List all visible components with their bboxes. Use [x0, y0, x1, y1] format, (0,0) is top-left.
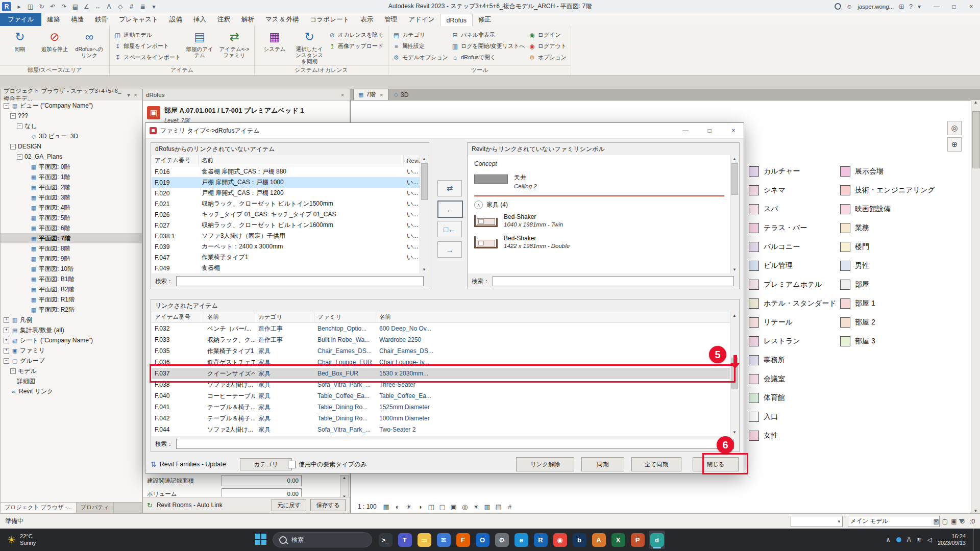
table-row[interactable]: F.020戸棚 扉開式_CAS：戸棚 1200い... [152, 188, 428, 198]
steering-wheel-icon[interactable]: ◎ [947, 121, 962, 135]
design-options-icon[interactable]: ▢ [942, 517, 948, 525]
close-icon[interactable]: × [380, 92, 383, 98]
taskbar-search[interactable]: 検索 [273, 532, 372, 547]
table-row[interactable]: F.021収納ラック、クローゼット ビルトイン1500mmい... [152, 198, 428, 209]
ribbon-button[interactable]: ▤カテゴリ [393, 30, 448, 40]
column-header[interactable]: 名前 [199, 155, 404, 166]
unlinked-search-input[interactable] [176, 276, 424, 286]
table-row[interactable]: F.027収納ラック、クローゼット ビルトイン1600mmい... [152, 220, 428, 231]
table-row[interactable]: F.026キッチ_タイプ 01_CAS: キッチ_タイプ 01_CASい... [152, 209, 428, 220]
ribbon-tab-12[interactable]: 表示 [355, 13, 379, 26]
tree-item[interactable]: 詳細図 [1, 376, 142, 386]
expander-icon[interactable]: + [4, 338, 9, 343]
scrollbar-thumb[interactable] [972, 111, 980, 168]
zoom-icon[interactable]: ⊕ [947, 137, 962, 152]
tree-item[interactable]: ▦平面図: R2階 [1, 305, 142, 315]
collapse-icon[interactable]: ∧ [474, 201, 483, 209]
tree-item[interactable]: −なし [1, 121, 142, 131]
thin-lines-icon[interactable]: ≣ [137, 2, 148, 12]
scrollbar[interactable]: ▲▼ [971, 100, 980, 513]
panel-close-icon[interactable]: × [132, 92, 139, 98]
mail-icon[interactable]: ✉ [435, 531, 452, 549]
app-orange-icon[interactable]: A [591, 531, 607, 549]
temporary-view-properties-icon[interactable]: ▥ [483, 502, 492, 511]
tree-item[interactable]: ▦平面図: 6階 [1, 223, 142, 233]
show-rendering-icon[interactable]: ◫ [427, 502, 436, 511]
panel-close-icon[interactable]: × [338, 92, 347, 98]
ribbon-button[interactable]: ⊟パネル非表示 [451, 30, 525, 40]
table-row[interactable]: F.035作業椅子タイプ1家具Chair_Eames_DS...Chair_Ea… [152, 345, 739, 357]
settings-icon[interactable]: ⚙ [494, 531, 510, 549]
table-row[interactable]: F.041テーブル＆椅子...家具Table_Dining Ro...1525m… [152, 402, 739, 413]
category-button[interactable]: カテゴリ [240, 458, 292, 470]
move-right-button[interactable]: → [437, 241, 462, 258]
section-icon[interactable]: # [126, 2, 137, 12]
print-icon[interactable]: ▤ [70, 2, 81, 12]
help-icon[interactable]: ? [909, 3, 913, 10]
dialog-minimize-button[interactable]: — [675, 123, 696, 138]
linked-search-input[interactable] [176, 439, 734, 449]
show-crop-region-icon[interactable]: ▣ [449, 502, 458, 511]
unlink-button[interactable]: リンク解除 [516, 457, 574, 471]
bing-icon[interactable]: b [571, 531, 587, 549]
chevron-down-icon[interactable]: ▾ [918, 3, 921, 10]
ribbon-button[interactable]: ⊘追加を停止 [39, 28, 70, 52]
sync-icon[interactable]: ↻ [36, 2, 47, 12]
visual-style-icon[interactable]: ◐ [393, 502, 402, 511]
revit-menu-icon[interactable]: R [2, 2, 11, 11]
tree-item[interactable]: ▦平面図: 8階 [1, 243, 142, 254]
tab-view-3d[interactable]: ◇ 3D [389, 89, 413, 100]
tree-item[interactable]: −DESIGN [1, 141, 142, 152]
ribbon-button[interactable]: ▥ログを開始/変更リストへ [451, 41, 525, 51]
table-row[interactable]: F.042テーブル＆椅子...家具Table_Dining Ro...1000m… [152, 413, 739, 424]
tree-item[interactable]: ▦平面図: 5階 [1, 213, 142, 223]
ribbon-button[interactable]: ≡属性設定 [393, 41, 448, 51]
scrollbar[interactable]: ▲ ▼ [730, 155, 739, 273]
table-row[interactable]: F.044ソファ2人掛け...家具Sofa_Vitra_Park_...Two-… [152, 424, 739, 435]
expander-icon[interactable]: − [17, 123, 22, 129]
tree-item[interactable]: +▧シート ("Company Name") [1, 335, 142, 345]
ribbon-button[interactable]: ◉ログイン [528, 30, 567, 40]
ribbon-tab-9[interactable]: 解析 [236, 13, 260, 26]
clock[interactable]: 16:24 2023/09/13 [938, 533, 966, 546]
tree-item[interactable]: ▦平面図: 1階 [1, 172, 142, 182]
customize-qat-icon[interactable]: ▾ [149, 2, 159, 12]
worksets-icon[interactable]: ▤ [933, 517, 939, 525]
constraints-icon[interactable]: # [505, 502, 514, 511]
drofus-icon[interactable]: d [649, 531, 665, 549]
ribbon-button[interactable]: ▦システム [259, 28, 290, 52]
ribbon-button[interactable]: ◉ログアウト [528, 41, 567, 51]
workset-select[interactable]: ▾ [791, 516, 843, 527]
weather-widget[interactable]: ☀ 22°C Sunny [0, 529, 43, 551]
terminal-icon[interactable]: >_ [377, 531, 394, 549]
ribbon-button[interactable]: ↧スペースをインポート [114, 53, 181, 62]
reveal-hidden-icon[interactable]: ☀ [472, 502, 481, 511]
undo-button[interactable]: 元に戻す [272, 499, 307, 511]
3d-view-icon[interactable]: ◇ [115, 2, 126, 12]
expander-icon[interactable]: − [17, 154, 22, 160]
ribbon-tab-13[interactable]: 管理 [379, 13, 403, 26]
open-icon[interactable]: ▸ [14, 2, 24, 12]
tab-project-browser[interactable]: プロジェクト ブラウザ -... [1, 503, 77, 513]
used-types-checkbox[interactable]: 使用中の要素タイプのみ [288, 460, 367, 469]
table-row[interactable]: F.040コーヒーテーブル家具Table_Coffee_Ea...Table_C… [152, 390, 739, 402]
scrollbar[interactable]: ▲▼ [340, 475, 349, 499]
column-header[interactable]: 名前 [376, 312, 739, 322]
tree-item[interactable]: ▦平面図: 7階 [1, 233, 142, 243]
filter-icon[interactable] [959, 519, 965, 526]
ribbon-button[interactable]: ⚙オプション [528, 53, 567, 62]
signed-in-user[interactable]: jasper.wong... [857, 4, 894, 10]
ribbon-tab-10[interactable]: マス & 外構 [260, 13, 305, 26]
tree-item[interactable]: ▦平面図: 9階 [1, 254, 142, 264]
expander-icon[interactable]: + [4, 317, 9, 323]
link-box-button[interactable]: □← [437, 221, 462, 237]
tree-item[interactable]: −02_GA_Plans [1, 152, 142, 162]
crop-view-icon[interactable]: ▢ [438, 502, 447, 511]
undo-icon[interactable]: ↶ [47, 2, 58, 12]
tray-chevron-icon[interactable]: ∧ [886, 536, 891, 543]
ribbon-button[interactable]: ⌂dRofusで開く [451, 53, 525, 62]
table-row[interactable]: F.032ベンチ（バー/...造作工事Benchtop_Optio...600 … [152, 323, 739, 334]
dimension-icon[interactable]: ↔ [92, 2, 103, 12]
volume-icon[interactable]: ◁ [927, 536, 932, 543]
cart-icon[interactable]: ⊞ [899, 3, 904, 10]
